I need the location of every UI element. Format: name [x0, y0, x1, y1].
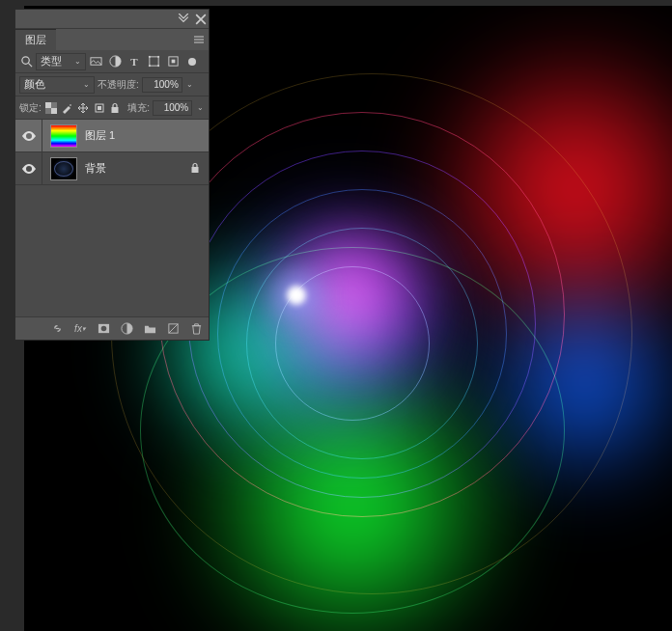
layer-name[interactable]: 背景 — [85, 161, 189, 176]
lock-label: 锁定: — [19, 101, 42, 115]
opacity-label: 不透明度: — [98, 78, 139, 92]
lock-all-icon[interactable] — [109, 101, 123, 115]
svg-rect-17 — [192, 167, 199, 173]
eye-icon — [22, 164, 36, 174]
filter-type-value: 类型 — [41, 54, 62, 69]
trash-icon[interactable] — [189, 322, 203, 336]
svg-rect-16 — [112, 107, 119, 113]
filter-toggle-icon[interactable] — [185, 55, 199, 69]
layer-name[interactable]: 图层 1 — [85, 128, 203, 143]
lock-artboard-icon[interactable] — [93, 101, 106, 115]
group-icon[interactable] — [143, 322, 156, 336]
svg-rect-7 — [157, 65, 159, 67]
chevron-down-icon: ⌄ — [74, 57, 81, 66]
fill-input[interactable]: 100% — [153, 100, 192, 116]
layer-item[interactable]: 图层 1 — [15, 120, 209, 152]
fx-icon[interactable]: fx▾ — [73, 322, 87, 336]
svg-rect-11 — [51, 108, 57, 114]
eye-icon — [22, 131, 36, 141]
filter-adjust-icon[interactable] — [108, 55, 122, 69]
tab-label: 图层 — [25, 33, 46, 47]
visibility-toggle[interactable] — [15, 152, 42, 184]
lock-icon — [189, 162, 203, 176]
svg-rect-6 — [148, 65, 150, 67]
layer-list[interactable]: 图层 1 背景 — [15, 120, 209, 316]
filter-icon-group: T — [89, 55, 199, 69]
layer-thumbnail[interactable] — [50, 124, 77, 148]
layers-panel: 图层 类型 ⌄ T 颜色 ⌄ 不透明度: 100% — [15, 10, 209, 340]
lock-row: 锁定: 填充: 100% ⌄ — [15, 96, 209, 120]
layer-item[interactable]: 背景 — [15, 152, 209, 185]
layer-thumbnail[interactable] — [50, 157, 77, 180]
opacity-input[interactable]: 100% — [142, 77, 182, 93]
mask-icon[interactable] — [97, 322, 110, 336]
fill-label: 填充: — [127, 101, 150, 115]
opacity-value: 100% — [154, 79, 179, 90]
blend-mode-value: 颜色 — [24, 77, 45, 92]
svg-rect-10 — [45, 102, 51, 108]
lock-transparency-icon[interactable] — [44, 101, 58, 115]
link-layers-icon[interactable] — [50, 322, 64, 336]
fill-value: 100% — [164, 102, 189, 113]
filter-row: 类型 ⌄ T — [15, 50, 209, 73]
filter-type-select[interactable]: 类型 ⌄ — [36, 53, 86, 70]
svg-rect-13 — [45, 108, 51, 114]
panel-titlebar — [15, 10, 209, 29]
panel-menu-icon[interactable] — [189, 29, 209, 50]
tab-layers[interactable]: 图层 — [15, 29, 56, 50]
collapse-icon[interactable] — [178, 10, 189, 28]
svg-rect-3 — [149, 57, 157, 66]
new-layer-icon[interactable] — [166, 322, 180, 336]
svg-point-0 — [21, 57, 28, 64]
svg-rect-4 — [148, 56, 150, 58]
close-icon[interactable] — [195, 10, 207, 28]
filter-type-icon[interactable]: T — [127, 55, 141, 69]
svg-point-19 — [100, 326, 106, 332]
svg-rect-9 — [171, 60, 175, 64]
chevron-down-icon[interactable]: ⌄ — [185, 80, 195, 89]
panel-tabs: 图层 — [15, 29, 209, 50]
search-icon[interactable] — [19, 55, 33, 69]
svg-rect-5 — [157, 56, 159, 58]
blend-mode-select[interactable]: 颜色 ⌄ — [19, 76, 95, 94]
chevron-down-icon[interactable]: ⌄ — [195, 103, 205, 112]
chevron-down-icon: ⌄ — [83, 80, 90, 89]
filter-smart-icon[interactable] — [166, 55, 180, 69]
lock-pixels-icon[interactable] — [60, 101, 73, 115]
blend-row: 颜色 ⌄ 不透明度: 100% ⌄ — [15, 73, 209, 96]
filter-shape-icon[interactable] — [147, 55, 160, 69]
panel-footer: fx▾ — [15, 316, 209, 340]
filter-pixel-icon[interactable] — [89, 55, 102, 69]
lock-position-icon[interactable] — [76, 101, 90, 115]
visibility-toggle[interactable] — [15, 120, 42, 151]
svg-rect-15 — [98, 106, 101, 110]
svg-rect-12 — [51, 102, 57, 108]
adjustment-icon[interactable] — [120, 322, 133, 336]
